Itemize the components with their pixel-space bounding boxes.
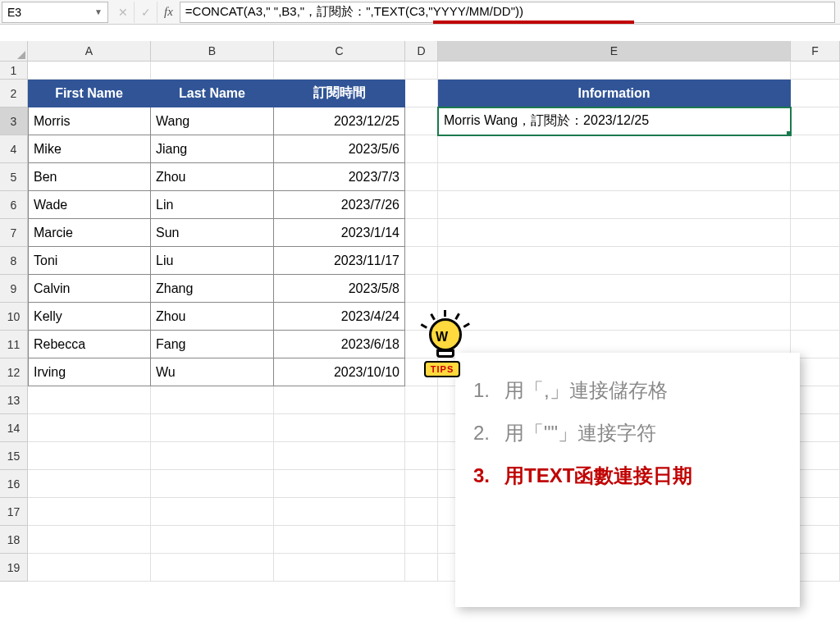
cell-E10[interactable] — [438, 303, 791, 331]
cell-A1[interactable] — [28, 62, 151, 80]
cell-A13[interactable] — [28, 386, 151, 414]
cell-F6[interactable] — [791, 191, 840, 219]
cell-A17[interactable] — [28, 498, 151, 526]
row-header-4[interactable]: 4 — [0, 135, 28, 163]
cell-C2[interactable]: 訂閱時間 — [274, 80, 405, 107]
col-header-E[interactable]: E — [438, 41, 791, 62]
cell-A7[interactable]: Marcie — [28, 219, 151, 247]
col-header-D[interactable]: D — [405, 41, 438, 62]
cell-D4[interactable] — [405, 135, 438, 163]
cell-A9[interactable]: Calvin — [28, 275, 151, 303]
cell-D2[interactable] — [405, 80, 438, 107]
cell-D7[interactable] — [405, 219, 438, 247]
formula-input[interactable]: =CONCAT(A3," ",B3,"，訂閱於：",TEXT(C3,"YYYY/… — [180, 2, 835, 23]
cell-A19[interactable] — [28, 554, 151, 582]
row-header-16[interactable]: 16 — [0, 470, 28, 498]
cell-A3[interactable]: Morris — [28, 107, 151, 135]
row-header-14[interactable]: 14 — [0, 414, 28, 442]
cell-A12[interactable]: Irving — [28, 358, 151, 386]
chevron-down-icon[interactable]: ▼ — [94, 7, 103, 16]
cell-E5[interactable] — [438, 163, 791, 191]
cell-B19[interactable] — [151, 554, 274, 582]
row-header-2[interactable]: 2 — [0, 80, 28, 107]
row-header-5[interactable]: 5 — [0, 163, 28, 191]
cell-C13[interactable] — [274, 386, 405, 414]
cell-A14[interactable] — [28, 414, 151, 442]
cell-E7[interactable] — [438, 219, 791, 247]
select-all-corner[interactable] — [0, 41, 28, 62]
cancel-icon[interactable]: ✕ — [112, 2, 135, 23]
cell-A16[interactable] — [28, 470, 151, 498]
cell-E9[interactable] — [438, 275, 791, 303]
row-header-15[interactable]: 15 — [0, 442, 28, 470]
cell-D14[interactable] — [405, 414, 438, 442]
col-header-C[interactable]: C — [274, 41, 405, 62]
cell-B14[interactable] — [151, 414, 274, 442]
cell-D16[interactable] — [405, 470, 438, 498]
cell-A5[interactable]: Ben — [28, 163, 151, 191]
cell-A18[interactable] — [28, 526, 151, 554]
cell-C16[interactable] — [274, 470, 405, 498]
cell-F7[interactable] — [791, 219, 840, 247]
cell-D5[interactable] — [405, 163, 438, 191]
cell-C1[interactable] — [274, 62, 405, 80]
cell-B7[interactable]: Sun — [151, 219, 274, 247]
cell-D17[interactable] — [405, 498, 438, 526]
name-box[interactable]: E3 ▼ — [2, 2, 108, 23]
cell-B8[interactable]: Liu — [151, 247, 274, 275]
cell-F5[interactable] — [791, 163, 840, 191]
cell-B16[interactable] — [151, 470, 274, 498]
cell-B1[interactable] — [151, 62, 274, 80]
cell-C6[interactable]: 2023/7/26 — [274, 191, 405, 219]
cell-C4[interactable]: 2023/5/6 — [274, 135, 405, 163]
cell-A10[interactable]: Kelly — [28, 303, 151, 331]
cell-B13[interactable] — [151, 386, 274, 414]
cell-C14[interactable] — [274, 414, 405, 442]
cell-B3[interactable]: Wang — [151, 107, 274, 135]
row-header-9[interactable]: 9 — [0, 275, 28, 303]
cell-C10[interactable]: 2023/4/24 — [274, 303, 405, 331]
row-header-17[interactable]: 17 — [0, 498, 28, 526]
cell-C15[interactable] — [274, 442, 405, 470]
cell-A6[interactable]: Wade — [28, 191, 151, 219]
row-header-8[interactable]: 8 — [0, 247, 28, 275]
row-header-3[interactable]: 3 — [0, 107, 28, 135]
fx-icon[interactable]: fx — [158, 5, 180, 19]
col-header-F[interactable]: F — [791, 41, 840, 62]
cell-F4[interactable] — [791, 135, 840, 163]
row-header-6[interactable]: 6 — [0, 191, 28, 219]
row-header-10[interactable]: 10 — [0, 303, 28, 331]
cell-E6[interactable] — [438, 191, 791, 219]
cell-D18[interactable] — [405, 526, 438, 554]
cell-F10[interactable] — [791, 303, 840, 331]
cell-C11[interactable]: 2023/6/18 — [274, 331, 405, 358]
cell-F2[interactable] — [791, 80, 840, 107]
cell-B10[interactable]: Zhou — [151, 303, 274, 331]
col-header-B[interactable]: B — [151, 41, 274, 62]
cell-D15[interactable] — [405, 442, 438, 470]
cell-A8[interactable]: Toni — [28, 247, 151, 275]
cell-B5[interactable]: Zhou — [151, 163, 274, 191]
cell-D6[interactable] — [405, 191, 438, 219]
cell-E8[interactable] — [438, 247, 791, 275]
cell-D13[interactable] — [405, 386, 438, 414]
row-header-11[interactable]: 11 — [0, 331, 28, 358]
cell-B9[interactable]: Zhang — [151, 275, 274, 303]
cell-D19[interactable] — [405, 554, 438, 582]
row-header-12[interactable]: 12 — [0, 358, 28, 386]
cell-F9[interactable] — [791, 275, 840, 303]
cell-B15[interactable] — [151, 442, 274, 470]
row-header-18[interactable]: 18 — [0, 526, 28, 554]
cell-C7[interactable]: 2023/1/14 — [274, 219, 405, 247]
cell-B11[interactable]: Fang — [151, 331, 274, 358]
cell-C9[interactable]: 2023/5/8 — [274, 275, 405, 303]
cell-C5[interactable]: 2023/7/3 — [274, 163, 405, 191]
cell-C17[interactable] — [274, 498, 405, 526]
cell-C19[interactable] — [274, 554, 405, 582]
cell-E4[interactable] — [438, 135, 791, 163]
cell-B12[interactable]: Wu — [151, 358, 274, 386]
cell-E3[interactable]: Morris Wang，訂閱於：2023/12/25 — [438, 107, 791, 135]
cell-B2[interactable]: Last Name — [151, 80, 274, 107]
cell-F1[interactable] — [791, 62, 840, 80]
confirm-icon[interactable]: ✓ — [135, 2, 158, 23]
